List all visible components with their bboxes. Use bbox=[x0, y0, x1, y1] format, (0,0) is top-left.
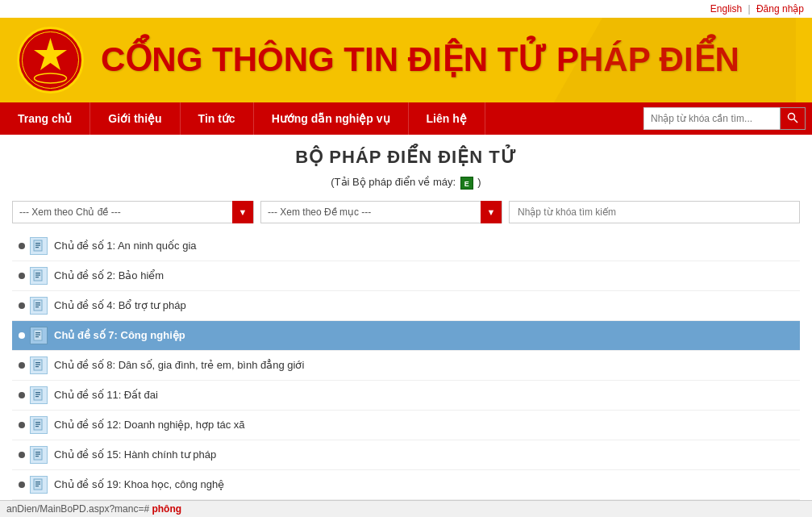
svg-rect-23 bbox=[35, 362, 40, 363]
nav-item-intro[interactable]: Giới thiệu bbox=[90, 102, 180, 135]
svg-rect-16 bbox=[35, 304, 40, 305]
svg-rect-27 bbox=[35, 392, 40, 393]
list-item[interactable]: Chủ đề số 4: Bổ trợ tư pháp bbox=[12, 291, 800, 321]
status-bar: anDien/MainBoPD.aspx?manc=# phông bbox=[0, 500, 812, 517]
site-title: CỔNG THÔNG TIN ĐIỆN TỬ PHÁP ĐIỂN bbox=[101, 41, 739, 78]
svg-rect-15 bbox=[35, 302, 40, 303]
de-muc-filter: --- Xem theo Đề mục --- ▼ bbox=[260, 201, 502, 223]
item-label: Chủ đề số 11: Đất đai bbox=[54, 389, 158, 401]
list-bullet bbox=[19, 422, 25, 428]
svg-rect-8 bbox=[35, 244, 40, 245]
item-label: Chủ đề số 12: Doanh nghiệp, hợp tác xã bbox=[54, 419, 245, 431]
nav-item-contact[interactable]: Liên hệ bbox=[409, 102, 485, 135]
nav-item-news[interactable]: Tin tức bbox=[181, 102, 254, 135]
doc-icon bbox=[30, 416, 48, 434]
svg-rect-9 bbox=[35, 247, 39, 248]
list-bullet bbox=[19, 243, 25, 249]
svg-rect-29 bbox=[35, 396, 39, 397]
svg-rect-40 bbox=[35, 483, 40, 484]
search-button[interactable] bbox=[780, 107, 806, 130]
doc-icon bbox=[30, 446, 48, 464]
doc-icon bbox=[30, 327, 48, 344]
de-muc-dropdown-button[interactable]: ▼ bbox=[481, 201, 502, 223]
list-item[interactable]: Chủ đề số 7: Công nghiệp bbox=[12, 321, 800, 351]
doc-icon bbox=[30, 237, 48, 255]
list-item[interactable]: Chủ đề số 19: Khoa học, công nghệ bbox=[12, 470, 800, 500]
svg-rect-31 bbox=[35, 422, 40, 423]
filter-row: --- Xem theo Chủ đề --- ▼ --- Xem theo Đ… bbox=[12, 201, 800, 223]
item-label: Chủ đề số 19: Khoa học, công nghệ bbox=[54, 478, 224, 490]
keyword-search-input[interactable] bbox=[509, 201, 800, 223]
svg-rect-41 bbox=[35, 486, 39, 486]
item-label: Chủ đề số 4: Bổ trợ tư pháp bbox=[54, 299, 186, 311]
svg-rect-17 bbox=[35, 306, 39, 307]
nav-items: Trang chủ Giới thiệu Tin tức Hướng dẫn n… bbox=[0, 102, 637, 135]
top-bar: English | Đăng nhập bbox=[0, 0, 812, 18]
item-label: Chủ đề số 15: Hành chính tư pháp bbox=[54, 448, 216, 461]
main-content: BỘ PHÁP ĐIỂN ĐIỆN TỬ (Tải Bộ pháp điển v… bbox=[0, 135, 812, 517]
svg-rect-21 bbox=[35, 336, 39, 337]
list-item[interactable]: Chủ đề số 8: Dân số, gia đình, trẻ em, b… bbox=[12, 351, 800, 381]
list-bullet bbox=[19, 302, 25, 309]
list-bullet bbox=[19, 273, 25, 279]
svg-rect-13 bbox=[35, 277, 39, 277]
list-item[interactable]: Chủ đề số 1: An ninh quốc gia bbox=[12, 231, 800, 261]
list-item[interactable]: Chủ đề số 15: Hành chính tư pháp bbox=[12, 440, 800, 470]
download-line: (Tải Bộ pháp điển về máy: E ) bbox=[12, 176, 800, 190]
list-item[interactable]: Chủ đề số 12: Doanh nghiệp, hợp tác xã bbox=[12, 411, 800, 440]
item-label: Chủ đề số 1: An ninh quốc gia bbox=[54, 240, 197, 252]
chu-de-filter: --- Xem theo Chủ đề --- ▼ bbox=[12, 201, 254, 223]
chu-de-filter-text: --- Xem theo Chủ đề --- bbox=[13, 201, 232, 223]
nav-item-home[interactable]: Trang chủ bbox=[0, 102, 90, 135]
svg-rect-33 bbox=[35, 426, 39, 427]
doc-icon bbox=[30, 267, 48, 285]
svg-point-4 bbox=[789, 114, 795, 120]
doc-icon bbox=[30, 476, 48, 494]
status-bold: phông bbox=[152, 503, 181, 515]
navbar: Trang chủ Giới thiệu Tin tức Hướng dẫn n… bbox=[0, 102, 812, 135]
item-label: Chủ đề số 2: Bảo hiểm bbox=[54, 269, 164, 281]
list-bullet bbox=[19, 332, 25, 339]
list-item[interactable]: Chủ đề số 11: Đất đai bbox=[12, 381, 800, 411]
search-area bbox=[637, 102, 812, 135]
svg-rect-12 bbox=[35, 274, 40, 275]
svg-rect-20 bbox=[35, 334, 40, 335]
download-label-text: (Tải Bộ pháp điển về máy: bbox=[331, 176, 456, 188]
doc-icon bbox=[30, 386, 48, 404]
svg-rect-32 bbox=[35, 423, 40, 424]
list-bullet bbox=[19, 482, 25, 488]
status-text: anDien/MainBoPD.aspx?manc=# bbox=[6, 503, 152, 515]
svg-line-5 bbox=[794, 119, 798, 123]
chu-de-dropdown-button[interactable]: ▼ bbox=[232, 201, 253, 223]
separator: | bbox=[747, 3, 750, 15]
de-muc-filter-text: --- Xem theo Đề mục --- bbox=[261, 201, 481, 223]
list-bullet bbox=[19, 362, 25, 369]
svg-rect-39 bbox=[35, 482, 40, 482]
svg-rect-19 bbox=[35, 332, 40, 333]
list-item[interactable]: Chủ đề số 2: Bảo hiểm bbox=[12, 261, 800, 291]
doc-icon bbox=[30, 297, 48, 315]
svg-rect-24 bbox=[35, 364, 40, 365]
logo bbox=[16, 26, 85, 94]
page-heading: BỘ PHÁP ĐIỂN ĐIỆN TỬ bbox=[12, 147, 800, 168]
svg-rect-35 bbox=[35, 452, 40, 452]
language-link[interactable]: English bbox=[710, 3, 742, 15]
svg-rect-7 bbox=[35, 243, 40, 244]
svg-rect-37 bbox=[35, 456, 39, 457]
list-bullet bbox=[19, 392, 25, 398]
svg-rect-36 bbox=[35, 453, 40, 454]
svg-rect-28 bbox=[35, 394, 40, 394]
header: CỔNG THÔNG TIN ĐIỆN TỬ PHÁP ĐIỂN bbox=[0, 18, 812, 102]
item-list: Chủ đề số 1: An ninh quốc gia Chủ đề số … bbox=[12, 231, 800, 517]
login-link[interactable]: Đăng nhập bbox=[756, 3, 804, 15]
nav-item-guide[interactable]: Hướng dẫn nghiệp vụ bbox=[254, 102, 409, 135]
svg-rect-11 bbox=[35, 273, 40, 273]
list-bullet bbox=[19, 452, 25, 458]
doc-icon bbox=[30, 356, 48, 374]
svg-rect-25 bbox=[35, 366, 39, 367]
excel-download-icon[interactable]: E bbox=[460, 177, 473, 190]
item-label: Chủ đề số 8: Dân số, gia đình, trẻ em, b… bbox=[54, 359, 304, 371]
download-close-text: ) bbox=[477, 176, 481, 188]
item-label: Chủ đề số 7: Công nghiệp bbox=[54, 329, 185, 341]
search-input[interactable] bbox=[643, 107, 781, 130]
